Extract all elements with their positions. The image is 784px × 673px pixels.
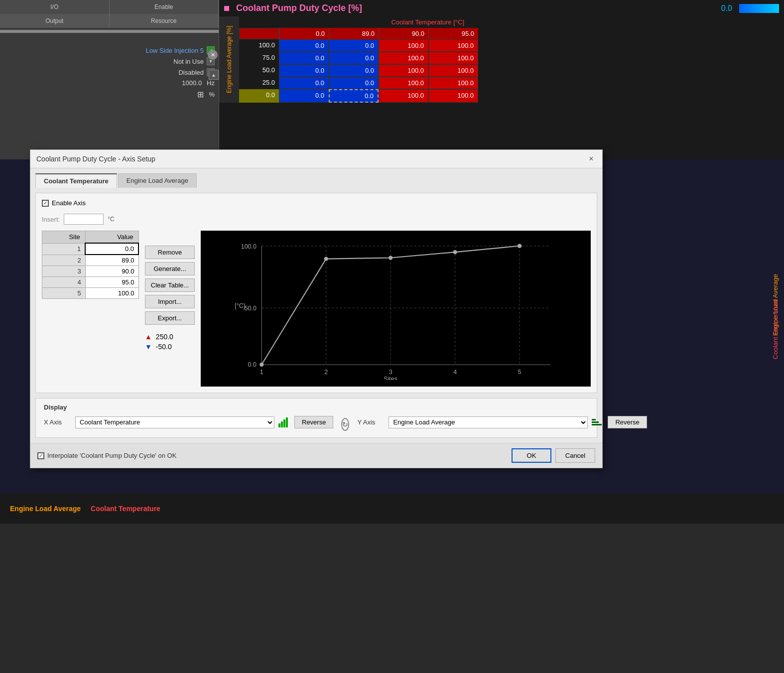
- svg-text:0.0: 0.0: [248, 361, 257, 368]
- tab-enable[interactable]: Enable: [110, 0, 219, 14]
- cell-4-3[interactable]: 100.0: [428, 89, 478, 103]
- svg-point-19: [324, 257, 328, 261]
- bottom-coolant-temp-label: Coolant Temperature: [91, 505, 160, 513]
- svg-text:5: 5: [518, 369, 522, 376]
- cell-3-1[interactable]: 0.0: [329, 77, 379, 89]
- export-button[interactable]: Export...: [145, 311, 195, 325]
- display-section: Display X Axis Coolant Temperature Rever…: [35, 398, 597, 438]
- y-axis-label: Engine Load Average [%]: [219, 16, 239, 103]
- grid-row-0: 100.0 0.0 0.0 100.0 100.0: [239, 39, 784, 52]
- insert-input[interactable]: [64, 214, 104, 225]
- cell-1-0[interactable]: 0.0: [279, 52, 329, 64]
- tab-enable-label: Enable: [154, 3, 173, 10]
- value-2[interactable]: 89.0: [85, 255, 138, 266]
- y-axis-bar-icon: [592, 417, 604, 427]
- cell-0-2[interactable]: 100.0: [379, 39, 428, 52]
- cell-4-0[interactable]: 0.0: [279, 89, 329, 103]
- chart-svg: 100.0 50.0 0.0 [°C] 1 2 3 4 5 Sites: [206, 236, 586, 380]
- table-row: 3 90.0: [42, 266, 139, 277]
- x-axis-bar-icon: [278, 417, 290, 427]
- svg-text:4: 4: [453, 369, 457, 376]
- svg-point-22: [518, 244, 522, 248]
- bottom-text-bar: Engine Load Average Coolant Temperature: [0, 494, 784, 524]
- grid-row-1: 75.0 0.0 0.0 100.0 100.0: [239, 52, 784, 64]
- arrow-down-icon: ▼: [145, 343, 152, 351]
- cell-1-3[interactable]: 100.0: [428, 52, 478, 64]
- arrow-up-row: ▲ 250.0: [145, 333, 195, 341]
- cell-1-1[interactable]: 0.0: [329, 52, 379, 64]
- dialog-close-button[interactable]: ×: [586, 154, 596, 164]
- percent-unit: %: [209, 91, 215, 98]
- y-axis-reverse-button[interactable]: Reverse: [608, 416, 647, 428]
- table-row: 1 0.0: [42, 243, 139, 255]
- tab-engine-load-average[interactable]: Engine Load Average: [118, 173, 197, 188]
- subtab-output[interactable]: Output: [0, 14, 110, 28]
- not-in-use-label: Not in Use: [173, 58, 204, 65]
- svg-text:Sites: Sites: [384, 376, 397, 380]
- chart-main-title: Coolant Pump Duty Cycle [%]: [236, 3, 362, 13]
- x-axis-select[interactable]: Coolant Temperature: [75, 416, 274, 428]
- cell-3-3[interactable]: 100.0: [428, 77, 478, 89]
- x-axis-reverse-button[interactable]: Reverse: [294, 416, 333, 428]
- tab-coolant-temperature[interactable]: Coolant Temperature: [35, 173, 117, 188]
- svg-point-18: [260, 363, 263, 367]
- col-header-2[interactable]: 90.0: [379, 28, 428, 39]
- insert-row: Insert: °C: [42, 214, 591, 225]
- value-4[interactable]: 95.0: [85, 277, 138, 288]
- col-header-0[interactable]: 0.0: [279, 28, 329, 39]
- cell-2-1[interactable]: 0.0: [329, 64, 379, 77]
- clear-table-button[interactable]: Clear Table...: [145, 278, 195, 292]
- bottom-background: [0, 504, 784, 673]
- col-header-3[interactable]: 95.0: [428, 28, 478, 39]
- cell-2-2[interactable]: 100.0: [379, 64, 428, 77]
- cell-2-3[interactable]: 100.0: [428, 64, 478, 77]
- table-row: 2 89.0: [42, 255, 139, 266]
- grid-row-2: 50.0 0.0 0.0 100.0 100.0: [239, 64, 784, 77]
- import-button[interactable]: Import...: [145, 295, 195, 308]
- x-axis-row-label: X Axis: [44, 418, 71, 426]
- cell-4-2[interactable]: 100.0: [379, 89, 428, 103]
- svg-point-20: [389, 256, 392, 260]
- side-coolant-label: Coolant Temperature: [772, 299, 779, 359]
- x-axis-title: Coolant Temperature [°C]: [279, 16, 468, 28]
- cancel-button[interactable]: Cancel: [555, 448, 595, 463]
- site-2: 2: [42, 255, 86, 266]
- interpolate-label: Interpolate 'Coolant Pump Duty Cycle' on…: [47, 452, 176, 459]
- site-1: 1: [42, 243, 86, 255]
- col-header-1[interactable]: 89.0: [329, 28, 379, 39]
- cell-1-2[interactable]: 100.0: [379, 52, 428, 64]
- y-axis-select[interactable]: Engine Load Average: [389, 416, 588, 428]
- cell-0-1[interactable]: 0.0: [329, 39, 379, 52]
- value-1[interactable]: 0.0: [85, 243, 138, 255]
- enable-axis-checkbox[interactable]: ✓: [42, 200, 49, 207]
- value-5[interactable]: 100.0: [85, 288, 138, 299]
- svg-text:[°C]: [°C]: [235, 302, 245, 309]
- tab-io[interactable]: I/O: [0, 0, 110, 14]
- cell-4-1[interactable]: 0.0: [329, 89, 379, 103]
- chart-current-value: 0.0: [721, 4, 732, 13]
- remove-button[interactable]: Remove: [145, 246, 195, 259]
- value-3[interactable]: 90.0: [85, 266, 138, 277]
- cell-2-0[interactable]: 0.0: [279, 64, 329, 77]
- ok-button[interactable]: OK: [512, 448, 551, 463]
- scroll-button[interactable]: ▲: [209, 70, 219, 80]
- refresh-icon[interactable]: ↻: [341, 418, 349, 431]
- interpolate-checkbox[interactable]: ✓: [37, 452, 44, 459]
- subtab-resource[interactable]: Resource: [110, 14, 219, 28]
- cell-3-2[interactable]: 100.0: [379, 77, 428, 89]
- cell-0-0[interactable]: 0.0: [279, 39, 329, 52]
- hz-value: 1000.0: [182, 79, 202, 87]
- display-title: Display: [44, 404, 589, 411]
- enable-axis-row: ✓ Enable Axis: [42, 199, 591, 207]
- bottom-engine-load-label: Engine Load Average: [10, 505, 81, 513]
- hz-unit: Hz: [207, 79, 215, 87]
- cell-3-0[interactable]: 0.0: [279, 77, 329, 89]
- y-axis-row-label: Y Axis: [357, 418, 385, 426]
- site-5: 5: [42, 288, 86, 299]
- generate-button[interactable]: Generate...: [145, 262, 195, 275]
- arrow-down-value: -50.0: [156, 343, 172, 351]
- svg-text:3: 3: [389, 369, 392, 376]
- cell-0-3[interactable]: 100.0: [428, 39, 478, 52]
- close-panel-button[interactable]: ✕: [208, 50, 218, 60]
- arrow-up-value: 250.0: [156, 333, 173, 341]
